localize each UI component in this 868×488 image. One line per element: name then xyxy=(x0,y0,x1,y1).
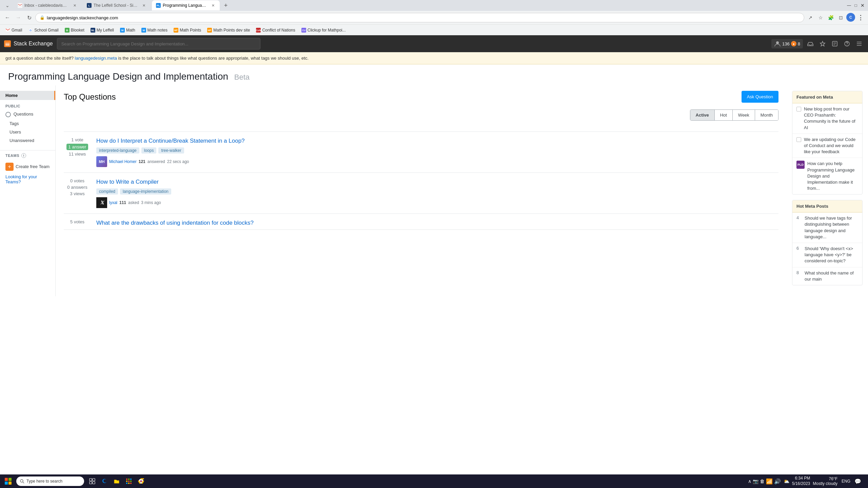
hot-meta-item-2-text[interactable]: Should 'Why doesn't <x> language have <y… xyxy=(805,246,858,264)
close-button[interactable]: ✕ xyxy=(860,3,865,8)
hot-meta-item-1-text[interactable]: Should we have tags for distinguishing b… xyxy=(805,215,858,240)
bookmark-favicon-blooket: B xyxy=(65,28,70,33)
teams-info-icon[interactable]: i xyxy=(21,153,26,158)
bookmark-leffell-label: My Leffell xyxy=(97,28,114,33)
lock-icon: 🔒 xyxy=(40,15,45,20)
create-team-button[interactable]: + Create free Team xyxy=(5,161,50,173)
se-header: Stack Exchange 136 ● 8 xyxy=(0,35,868,52)
question-title-2[interactable]: How to Write a Compiler xyxy=(96,179,159,185)
bookmark-mathpoints[interactable]: MP Math Points xyxy=(171,27,204,33)
svg-text:ML: ML xyxy=(91,29,95,32)
review-icon-button[interactable] xyxy=(830,39,840,48)
sidebar-item-home[interactable]: Home xyxy=(0,91,55,100)
tab-leffell-title: The Leffell School - Sign in xyxy=(94,3,139,8)
bookmark-conflict[interactable]: CoN Conflict of Nations xyxy=(253,27,298,33)
featured-item-1-text: New blog post from our CEO Prashanth: Co… xyxy=(804,106,858,131)
user-rep-1: 121 xyxy=(139,159,145,164)
sidebar-section-public: PUBLIC xyxy=(0,100,55,109)
review-icon xyxy=(832,41,838,47)
user-name-1[interactable]: Michael Homer xyxy=(109,159,137,164)
featured-checkbox-2[interactable] xyxy=(796,137,801,142)
bookmark-blooket[interactable]: B Blooket xyxy=(62,27,87,33)
view-count-1: 11 views xyxy=(69,151,86,157)
question-title-1[interactable]: How do I Interpret a Continue/Break Stat… xyxy=(96,138,245,144)
tab-inbox[interactable]: Inbox - calebleodavis@gmail.cor ✕ xyxy=(14,0,81,11)
inbox-icon-button[interactable] xyxy=(806,39,815,48)
tab-close-inbox[interactable]: ✕ xyxy=(72,3,77,8)
bookmark-gmail[interactable]: Gmail xyxy=(3,27,25,33)
reputation-value: 136 xyxy=(782,41,790,46)
question-title-3[interactable]: What are the drawbacks of using indentat… xyxy=(96,220,254,226)
sidebar-item-unanswered[interactable]: Unanswered xyxy=(0,136,55,145)
filter-tab-active[interactable]: Active xyxy=(690,110,715,120)
user-avatar-1: MH xyxy=(96,156,107,167)
sidebar-item-tags[interactable]: Tags xyxy=(0,119,55,128)
user-name-2[interactable]: lyxal xyxy=(109,200,117,205)
maximize-button[interactable]: □ xyxy=(853,3,859,8)
more-icon-button[interactable] xyxy=(854,39,864,48)
se-reputation[interactable]: 136 ● 8 xyxy=(771,39,803,48)
tab-overflow-btn[interactable]: ⌄ xyxy=(3,1,12,10)
se-logo-text: Stack Exchange xyxy=(14,41,53,47)
se-search-input[interactable] xyxy=(57,38,260,49)
achievements-icon-button[interactable] xyxy=(818,39,827,48)
sidebar-item-users[interactable]: Users xyxy=(0,128,55,136)
question-meta-2: 𝕏 lyxal 111 asked 3 mins ago xyxy=(96,197,778,208)
tab-close-se[interactable]: ✕ xyxy=(210,3,216,8)
bookmark-favicon-google: G xyxy=(28,28,33,33)
tab-favicon-se: PL xyxy=(156,3,161,8)
tag-langimpl[interactable]: language-implementation xyxy=(120,188,171,195)
bookmark-leffell[interactable]: ML My Leffell xyxy=(88,27,117,33)
looking-teams-link[interactable]: Looking for your Teams? xyxy=(5,173,50,186)
featured-meta-widget: Featured on Meta New blog post from our … xyxy=(792,91,863,195)
inbox-icon xyxy=(807,41,813,47)
bookmark-clickup[interactable]: CU Clickup for Mathpoi... xyxy=(299,27,349,33)
tag-compiled[interactable]: compiled xyxy=(96,188,118,195)
extensions-button[interactable]: 🧩 xyxy=(826,13,835,22)
ask-question-button[interactable]: Ask Question xyxy=(742,91,778,103)
filter-tab-hot[interactable]: Hot xyxy=(715,110,733,120)
featured-item-3-text: How can you help Programming Language De… xyxy=(807,161,858,191)
forward-button[interactable]: → xyxy=(14,13,23,22)
address-bar[interactable]: 🔒 languagedesign.stackexchange.com xyxy=(35,13,804,22)
question-body-3: What are the drawbacks of using indentat… xyxy=(96,219,778,227)
bookmark-schoolgmail[interactable]: G School Gmail xyxy=(25,27,61,33)
question-list: 1 vote 1 answer 11 views How do I Interp… xyxy=(64,131,778,230)
filter-tab-week[interactable]: Week xyxy=(733,110,755,120)
help-icon-button[interactable] xyxy=(842,39,852,48)
filter-tab-month[interactable]: Month xyxy=(755,110,778,120)
tab-se[interactable]: PL Programming Language Design · ✕ xyxy=(152,0,220,11)
share-button[interactable]: ↗ xyxy=(806,13,815,22)
question-item: 1 vote 1 answer 11 views How do I Interp… xyxy=(64,132,778,173)
svg-text:CoN: CoN xyxy=(256,29,261,32)
svg-text:PL: PL xyxy=(157,4,160,7)
se-logo[interactable]: Stack Exchange xyxy=(4,40,53,47)
notice-link[interactable]: languagedesign.meta xyxy=(75,56,117,61)
profile-avatar[interactable]: C xyxy=(846,13,855,22)
bookmark-math[interactable]: M Math xyxy=(117,27,138,33)
sidebar-item-questions[interactable]: Questions xyxy=(0,109,55,119)
page-container: Stack Exchange 136 ● 8 xyxy=(0,35,868,296)
browser-menu-button[interactable]: ⋮ xyxy=(856,13,865,22)
back-button[interactable]: ← xyxy=(3,13,12,22)
action-2: asked xyxy=(128,200,139,205)
tag-loops[interactable]: loops xyxy=(141,147,157,154)
svg-marker-29 xyxy=(820,41,825,46)
featured-checkbox-1[interactable] xyxy=(796,107,801,111)
bookmark-mathnotes[interactable]: M Math notes xyxy=(139,27,170,33)
question-body-1: How do I Interpret a Continue/Break Stat… xyxy=(96,137,778,167)
minimize-button[interactable]: — xyxy=(846,3,852,8)
reload-button[interactable]: ↻ xyxy=(24,13,34,22)
hot-meta-item-3-text[interactable]: What should the name of our main xyxy=(805,270,858,282)
bookmark-mathpointsdev[interactable]: MP Math Points dev site xyxy=(204,27,253,33)
tab-leffell[interactable]: L The Leffell School - Sign in ✕ xyxy=(83,0,151,11)
svg-text:CU: CU xyxy=(302,29,305,32)
lyxal-x-icon: 𝕏 xyxy=(100,200,104,205)
split-view-button[interactable]: ⊡ xyxy=(836,13,846,22)
tag-treewalker[interactable]: tree-walker xyxy=(158,147,184,154)
tag-interpreted[interactable]: interpreted-language xyxy=(96,147,139,154)
site-title-bar: Programming Language Design and Implemen… xyxy=(0,64,868,85)
new-tab-button[interactable]: + xyxy=(221,1,231,10)
star-button[interactable]: ☆ xyxy=(816,13,825,22)
tab-close-leffell[interactable]: ✕ xyxy=(141,3,146,8)
